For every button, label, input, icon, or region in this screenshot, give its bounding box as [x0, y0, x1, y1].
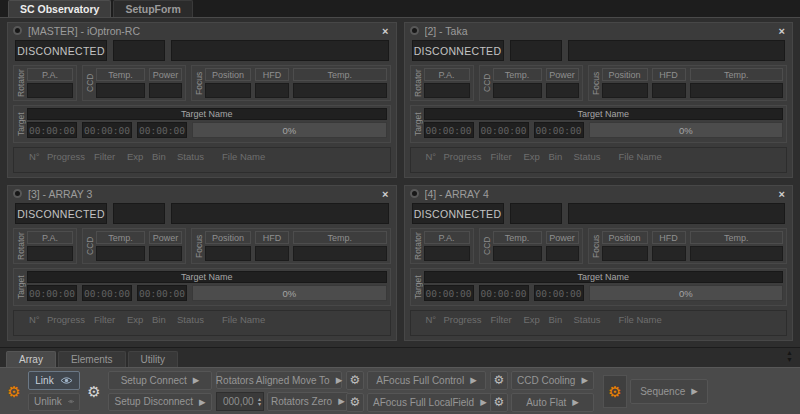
- setup-disconnect-button[interactable]: Setup Disconnect ▶: [108, 393, 212, 412]
- close-icon[interactable]: ×: [380, 25, 390, 37]
- panel-title: [3] - ARRAY 3: [28, 188, 380, 200]
- grid-col-status: Status: [574, 314, 601, 325]
- pa-value-field: [27, 246, 73, 261]
- grid-col-status: Status: [177, 151, 204, 162]
- sequence-button[interactable]: Sequence ▶: [630, 379, 708, 404]
- time-field: 00:00:00: [424, 122, 474, 138]
- rotator-group-label: Rotator: [412, 231, 424, 261]
- position-label: Position: [602, 68, 648, 81]
- focus-temp-value-field: [293, 246, 387, 261]
- eye-off-icon: [68, 397, 74, 406]
- power-value-field: [149, 246, 182, 261]
- target-group: Target Target Name 00:00:00 00:00:00 00:…: [13, 268, 391, 306]
- time-field: 00:00:00: [137, 122, 187, 138]
- rotator-angle-spinner[interactable]: 000,00 ▴ ▾: [216, 392, 264, 411]
- afocus-full-localfield-settings-button[interactable]: ⚙: [346, 393, 364, 412]
- ccd-group: CCD Temp. Power: [479, 65, 583, 101]
- time-field: 00:00:00: [27, 122, 77, 138]
- tab-sc-observatory[interactable]: SC Observatory: [8, 0, 111, 17]
- hfd-value-field: [255, 246, 289, 261]
- sequence-settings-button[interactable]: ⚙: [603, 375, 627, 408]
- grid-col-progress: Progress: [47, 314, 85, 325]
- position-value-field: [602, 83, 648, 98]
- link-settings-button[interactable]: ⚙: [4, 371, 24, 411]
- hfd-label: HFD: [255, 231, 289, 244]
- position-value-field: [205, 246, 251, 261]
- info-display-box: [568, 203, 786, 224]
- unlink-label: Unlink: [34, 396, 62, 407]
- target-progress-bar: 0%: [589, 285, 784, 301]
- afocus-full-control-button[interactable]: AFocus Full Control ▶: [367, 371, 486, 390]
- tab-elements[interactable]: Elements: [58, 351, 126, 367]
- time-field: 00:00:00: [82, 122, 132, 138]
- connect-status-button[interactable]: DISCONNECTED: [15, 203, 107, 224]
- target-progress-bar: 0%: [192, 122, 387, 138]
- target-group: Target Target Name 00:00:00 00:00:00 00:…: [410, 105, 788, 143]
- power-label: Power: [546, 68, 579, 81]
- rotators-zero-button[interactable]: Rotators Zero ▶: [267, 392, 349, 411]
- grid-col-filter: Filter: [491, 151, 512, 162]
- ccd-temp-value-field: [96, 83, 145, 98]
- time-field: 00:00:00: [534, 122, 584, 138]
- hfd-value-field: [652, 83, 686, 98]
- tab-array[interactable]: Array: [6, 351, 56, 367]
- ccd-cooling-settings-button[interactable]: ⚙: [490, 371, 508, 390]
- unlink-button[interactable]: Unlink: [28, 393, 80, 412]
- focus-group: Focus Position HFD Temp.: [191, 228, 391, 264]
- spinner-arrows-icon[interactable]: ▴ ▾: [258, 397, 261, 407]
- power-value-field: [149, 83, 182, 98]
- telescope-panel: [MASTER] - iOptron-RC × DISCONNECTED Rot…: [7, 22, 397, 178]
- target-group-label: Target: [15, 108, 27, 140]
- grid-col-exp: Exp: [127, 151, 143, 162]
- play-icon: ▶: [470, 376, 477, 385]
- close-icon[interactable]: ×: [380, 188, 390, 200]
- panels-grid: [MASTER] - iOptron-RC × DISCONNECTED Rot…: [0, 17, 800, 347]
- grid-col-progress: Progress: [47, 151, 85, 162]
- focus-temp-label: Temp.: [293, 231, 387, 244]
- auto-flat-settings-button[interactable]: ⚙: [490, 393, 508, 412]
- play-icon: ▶: [572, 398, 579, 407]
- sequence-group: ⚙ Sequence ▶: [603, 371, 708, 411]
- collapse-splitter-handle[interactable]: ▲ ▼: [786, 349, 793, 363]
- grid-col-bin: Bin: [152, 151, 166, 162]
- link-button[interactable]: Link: [28, 371, 80, 390]
- afocus-full-localfield-button[interactable]: AFocus Full LocalField ▶: [367, 393, 493, 412]
- panel-title: [2] - Taka: [425, 25, 777, 37]
- position-value-field: [602, 246, 648, 261]
- grid-col-filename: File Name: [222, 314, 265, 325]
- rotator-group: Rotator P.A.: [13, 65, 77, 101]
- tab-setupform[interactable]: SetupForm: [113, 0, 192, 17]
- rotators-aligned-move-to-button[interactable]: Rotators Aligned Move To ▶: [216, 371, 342, 389]
- gear-icon: ⚙: [7, 384, 20, 399]
- afocus-full-control-settings-button[interactable]: ⚙: [346, 371, 364, 390]
- ccd-cooling-button[interactable]: CCD Cooling ▶: [511, 371, 594, 390]
- rotator-group: Rotator P.A.: [410, 65, 474, 101]
- power-label: Power: [149, 68, 182, 81]
- close-icon[interactable]: ×: [777, 25, 787, 37]
- status-led-icon: [13, 189, 22, 198]
- device-groups: Rotator P.A. CCD Temp. Power: [13, 228, 391, 264]
- position-label: Position: [205, 68, 251, 81]
- close-icon[interactable]: ×: [777, 188, 787, 200]
- connect-status-button[interactable]: DISCONNECTED: [412, 203, 504, 224]
- ccd-temp-value-field: [96, 246, 145, 261]
- ccd-temp-label: Temp.: [493, 68, 542, 81]
- connect-status-button[interactable]: DISCONNECTED: [15, 40, 107, 61]
- time-field: 00:00:00: [82, 285, 132, 301]
- position-value-field: [205, 83, 251, 98]
- auto-flat-button[interactable]: Auto Flat ▶: [511, 393, 594, 412]
- status-row: DISCONNECTED: [412, 203, 786, 224]
- rotators-aligned-move-to-label: Rotators Aligned Move To: [216, 375, 330, 386]
- connect-status-button[interactable]: DISCONNECTED: [412, 40, 504, 61]
- setup-settings-button[interactable]: ⚙: [84, 371, 104, 411]
- collapse-down-icon: ▼: [786, 356, 793, 363]
- target-group-label: Target: [15, 271, 27, 303]
- setup-connect-button[interactable]: Setup Connect ▶: [108, 371, 212, 390]
- grid-col-progress: Progress: [444, 151, 482, 162]
- link-label: Link: [35, 375, 53, 386]
- ccd-temp-value-field: [493, 246, 542, 261]
- collapse-up-icon: ▲: [786, 349, 793, 356]
- tab-utility[interactable]: Utility: [128, 351, 178, 367]
- hfd-label: HFD: [255, 68, 289, 81]
- status-display-box: [113, 203, 165, 224]
